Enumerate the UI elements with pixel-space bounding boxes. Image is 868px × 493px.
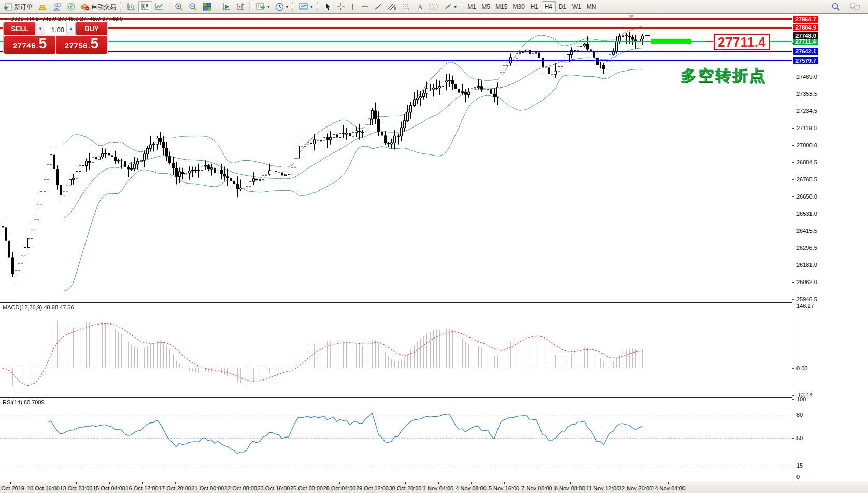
- toolbar-trend-line-button[interactable]: [372, 1, 385, 12]
- rsi-panel-splitter[interactable]: [0, 396, 792, 398]
- timeframe-mn-button[interactable]: MN: [584, 1, 599, 12]
- sell-price-dot: .: [36, 42, 38, 50]
- toolbar-equidistant-channel-button[interactable]: E: [385, 1, 400, 12]
- time-axis-label: 17 Oct 20:00: [159, 485, 191, 491]
- toolbar-vertical-line-button[interactable]: [348, 1, 358, 12]
- time-axis-label: 22 Oct 08:00: [224, 485, 257, 491]
- timeframe-m15-button[interactable]: M15: [493, 1, 510, 12]
- axis-tick: [792, 282, 794, 283]
- toolbar-cursor-button[interactable]: [321, 1, 334, 12]
- y-axis-label: 26296.5: [796, 245, 817, 251]
- toolbar-period-button[interactable]: ▾: [273, 1, 291, 12]
- sell-button[interactable]: SELL: [4, 22, 35, 35]
- callout-dash: [706, 41, 713, 42]
- toolbar-crosshair-button[interactable]: [334, 1, 348, 12]
- toolbar-text-label-button[interactable]: T: [426, 1, 441, 12]
- time-axis-tick: [274, 482, 274, 484]
- time-axis-tick: [504, 482, 505, 484]
- macd-panel-splitter[interactable]: [0, 301, 792, 303]
- time-axis-label: 8 Nov 08:00: [554, 485, 585, 491]
- toolbar-expert-advisor-button[interactable]: [50, 1, 64, 12]
- hline-27804.9[interactable]: [0, 27, 792, 29]
- one-click-trade-panel: SELL ▼ ▲ BUY 27746 . 5 27756 . 5: [3, 21, 108, 54]
- toolbar-zoom-out-button[interactable]: [186, 1, 200, 12]
- crosshair-icon: [337, 3, 345, 11]
- toolbar-horizontal-line-button[interactable]: [358, 1, 372, 12]
- hline-27642.1[interactable]: [0, 51, 792, 52]
- price-badge-27579.7: 27579.7: [793, 57, 818, 64]
- chevron-down-icon[interactable]: ▾: [267, 4, 270, 9]
- axis-tick: [792, 196, 794, 197]
- time-axis-tick: [405, 482, 406, 484]
- y-axis-label: 100: [796, 396, 806, 402]
- axis-tick: [792, 248, 794, 248]
- toolbar-auto-trading-button[interactable]: 自动交易: [78, 1, 119, 12]
- timeframe-m1-button[interactable]: M1: [465, 1, 479, 12]
- cursor-icon: [324, 3, 332, 11]
- toolbar-chart-shift-button[interactable]: [234, 1, 248, 12]
- price-callout[interactable]: 27711.4: [714, 34, 770, 50]
- axis-tick: [792, 94, 794, 94]
- timeframe-h1-button[interactable]: H1: [528, 1, 542, 12]
- toolbar-zoom-in-button[interactable]: [172, 1, 186, 12]
- toolbar-gold-button[interactable]: [35, 1, 50, 12]
- price-badge-27748.0: 27748.0: [793, 32, 818, 39]
- time-axis[interactable]: 9 Oct 201910 Oct 16:0013 Oct 23:0015 Oct…: [0, 482, 868, 493]
- toolbar-indicators-button[interactable]: ▾: [296, 1, 316, 12]
- chevron-down-icon[interactable]: ▾: [310, 4, 313, 9]
- timeframe-d1-button[interactable]: D1: [556, 1, 570, 12]
- toolbar-separator: [317, 2, 320, 11]
- toolbar-text-button[interactable]: A: [414, 1, 426, 12]
- toolbar-separator: [292, 2, 295, 11]
- toolbar-auto-scroll-button[interactable]: [220, 1, 234, 12]
- time-axis-tick: [373, 482, 373, 484]
- toolbar-new-order-button[interactable]: 新订单: [1, 1, 35, 12]
- rsi-panel-canvas[interactable]: [0, 398, 792, 482]
- time-axis-tick: [339, 482, 340, 484]
- toolbar-arrows-button[interactable]: ▾: [441, 1, 460, 12]
- axis-tick: [792, 231, 794, 231]
- svg-text:T: T: [432, 5, 435, 10]
- axis-tick: [792, 306, 794, 306]
- text-icon: A: [417, 3, 424, 11]
- buy-button[interactable]: BUY: [76, 22, 107, 35]
- timeframe-m30-button[interactable]: M30: [510, 1, 527, 12]
- toolbar-bar-chart-button[interactable]: [124, 1, 138, 12]
- volume-decrease-button[interactable]: ▼: [36, 22, 45, 35]
- annotation-text[interactable]: 多空转折点: [681, 65, 766, 87]
- candlestick-chart-canvas[interactable]: [0, 15, 792, 301]
- macd-panel-canvas[interactable]: [0, 303, 792, 396]
- time-axis-label: 14 Nov 04:00: [651, 485, 685, 491]
- toolbar-fibonacci-button[interactable]: F: [400, 1, 414, 12]
- fibonacci-icon: F: [402, 3, 411, 11]
- toolbar-search-button[interactable]: [829, 1, 843, 12]
- toolbar-candlestick-chart-button[interactable]: [138, 1, 152, 12]
- volume-input[interactable]: [45, 22, 66, 35]
- volume-increase-button[interactable]: ▲: [66, 22, 75, 35]
- chevron-down-icon[interactable]: ▾: [286, 4, 289, 9]
- toolbar-tile-windows-button[interactable]: [200, 1, 214, 12]
- horizontal-line-icon: [361, 3, 369, 11]
- chart-shift-marker: [628, 15, 634, 19]
- time-axis-tick: [208, 482, 208, 484]
- hline-27579.7[interactable]: [0, 60, 792, 61]
- period-icon: [275, 3, 284, 11]
- chevron-down-icon[interactable]: ▾: [454, 4, 457, 9]
- sell-price[interactable]: 27746 . 5: [4, 36, 55, 54]
- text-label-icon: T: [429, 3, 438, 11]
- toolbar-signal-button[interactable]: [64, 1, 78, 12]
- gold-icon: [38, 3, 47, 11]
- axis-tick: [792, 477, 794, 477]
- highlight-band-rectangle[interactable]: [651, 39, 691, 44]
- toolbar-chat-button[interactable]: [847, 1, 863, 12]
- buy-price[interactable]: 27756 . 5: [56, 36, 107, 54]
- timeframe-m5-button[interactable]: M5: [479, 1, 493, 12]
- zoom-out-icon: [189, 3, 197, 11]
- toolbar-new-chart-button[interactable]: ▾: [253, 1, 273, 12]
- axis-tick: [792, 399, 794, 400]
- auto-scroll-icon: [222, 3, 231, 11]
- toolbar-line-chart-button[interactable]: [152, 1, 166, 12]
- timeframe-w1-button[interactable]: W1: [570, 1, 584, 12]
- time-axis-label: 7 Nov 00:00: [521, 485, 552, 491]
- timeframe-h4-button[interactable]: H4: [542, 1, 556, 12]
